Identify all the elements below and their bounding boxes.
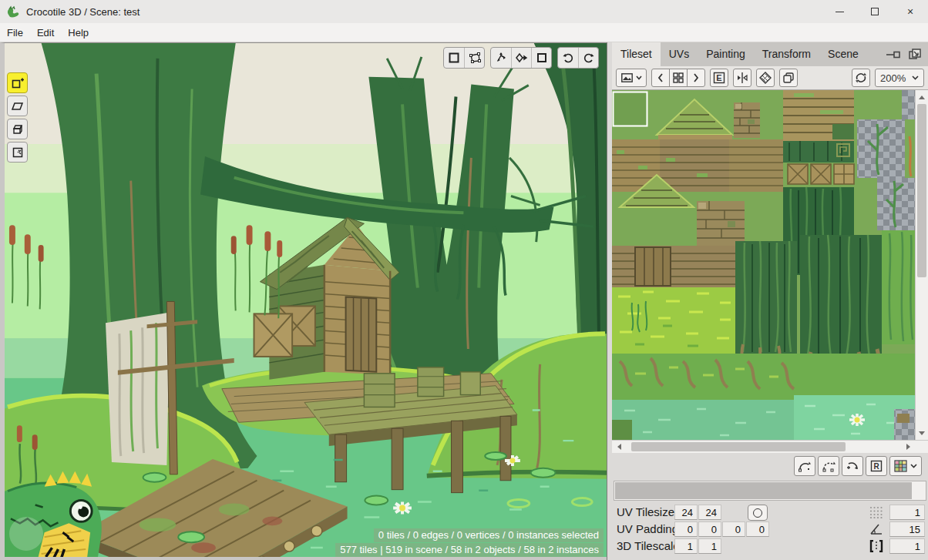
undo-icon [562, 52, 574, 64]
redo-icon [583, 52, 595, 64]
zoom-level-value: 200% [880, 72, 906, 84]
edit-tileset-button[interactable]: E [710, 69, 728, 87]
tilescale-x-field[interactable] [674, 538, 698, 554]
redo-button[interactable] [578, 48, 598, 68]
uv-tilesize-y-field[interactable] [698, 505, 721, 520]
tileset-select-dropdown[interactable] [616, 69, 647, 87]
duplicate-button[interactable] [779, 69, 798, 87]
uv-padding-4-field[interactable] [746, 521, 769, 537]
rotate-ccw-button[interactable] [794, 456, 815, 476]
scroll-left-button[interactable] [612, 441, 625, 453]
uv-padding-label: UV Padding: [617, 522, 681, 535]
rotate-reset-button[interactable]: R [866, 456, 887, 476]
duplicate-icon [782, 72, 795, 84]
viewport-toolbar [443, 47, 599, 69]
tileset-hscrollbar[interactable] [612, 440, 928, 453]
next-tile-button[interactable] [687, 69, 705, 87]
minimize-button[interactable] [822, 0, 857, 23]
extrude-icon [869, 540, 883, 552]
flip-axis-button[interactable] [733, 69, 751, 87]
angle-snap-icon [869, 523, 883, 535]
scene-status: 0 tiles / 0 edges / 0 vertices / 0 insta… [335, 528, 604, 557]
minimize-icon [836, 12, 844, 12]
grid-snap-field[interactable] [889, 505, 925, 520]
chevron-right-icon [693, 73, 699, 82]
rotate-ccw-icon [798, 460, 812, 472]
tileset-canvas[interactable] [612, 90, 915, 440]
close-icon: × [907, 5, 913, 18]
close-button[interactable]: × [893, 0, 928, 23]
uv-padding-3-field[interactable] [722, 521, 745, 537]
uv-padding-1-field[interactable] [674, 521, 698, 537]
refresh-tileset-button[interactable] [852, 69, 870, 87]
undo-button[interactable] [558, 48, 578, 68]
palette-grid-dropdown[interactable] [889, 456, 922, 476]
tab-transform[interactable]: Transform [754, 42, 819, 66]
hscroll-thumb[interactable] [631, 442, 846, 451]
face-tool-button[interactable] [7, 96, 28, 116]
tileset-vscrollbar[interactable] [915, 90, 928, 440]
menubar: File Edit Help [0, 23, 928, 42]
move-tool-button[interactable] [491, 48, 511, 68]
triangle-right-icon [906, 444, 913, 450]
tileset-slider-row [612, 479, 928, 502]
tileset-slider-thumb[interactable] [615, 482, 912, 499]
refresh-icon [855, 72, 867, 84]
scroll-right-button[interactable] [902, 441, 915, 453]
uv-link-button[interactable] [748, 505, 768, 521]
prev-tile-button[interactable] [651, 69, 670, 87]
angle-snap-field[interactable] [889, 521, 925, 537]
tab-painting[interactable]: Painting [698, 42, 754, 66]
flip-axis-icon [736, 72, 748, 84]
tile-create-tool-button[interactable] [7, 72, 28, 93]
maximize-button[interactable] [857, 0, 893, 23]
texture-tool-button[interactable] [7, 142, 28, 163]
extrude-field[interactable] [889, 538, 925, 554]
scale-tool-button[interactable] [531, 48, 551, 68]
tab-scene[interactable]: Scene [819, 42, 867, 66]
chevron-down-icon [636, 75, 642, 80]
right-panel: Tileset UVs Painting Transform Scene [612, 42, 928, 560]
layers-button[interactable] [756, 69, 775, 87]
uv-padding-2-field[interactable] [698, 521, 721, 537]
scene-viewport[interactable]: 0 tiles / 0 edges / 0 vertices / 0 insta… [0, 42, 607, 560]
triangle-down-icon [919, 431, 925, 438]
tileset-toolbar: E [612, 66, 928, 90]
orbit-widget[interactable] [9, 517, 43, 551]
vertex-edit-tool-button[interactable] [511, 48, 531, 68]
dock-pin-icon [886, 50, 900, 59]
selected-tile-highlight [614, 92, 647, 126]
move-tool-icon [495, 52, 507, 64]
tilescale-y-field[interactable] [698, 538, 721, 554]
scene-canvas[interactable] [5, 43, 607, 557]
select-box-tool-button[interactable] [444, 48, 464, 68]
edit-letter: E [716, 73, 721, 82]
grid-snap-icon [869, 506, 883, 518]
menu-file[interactable]: File [0, 25, 30, 41]
rotate-dashed-button[interactable] [818, 456, 839, 476]
layers-diamond-icon [759, 72, 772, 84]
select-vertex-tool-button[interactable] [464, 48, 484, 68]
dock-panel-button[interactable] [885, 47, 902, 62]
scroll-up-button[interactable] [916, 90, 928, 103]
scroll-down-button[interactable] [916, 427, 928, 440]
menu-edit[interactable]: Edit [30, 25, 61, 41]
vertex-edit-icon [516, 52, 528, 64]
panel-splitter[interactable] [607, 42, 612, 560]
popout-panel-button[interactable] [906, 47, 923, 62]
block-tool-button[interactable] [7, 119, 28, 139]
rotate-cw-button[interactable] [842, 456, 863, 476]
uv-tilesize-x-field[interactable] [674, 505, 698, 520]
selection-status: 0 tiles / 0 edges / 0 vertices / 0 insta… [374, 528, 604, 542]
menu-help[interactable]: Help [61, 25, 96, 41]
tileset-slider[interactable] [614, 481, 926, 501]
vscroll-thumb[interactable] [917, 104, 926, 277]
tile-grid-button[interactable] [669, 69, 688, 87]
reset-letter: R [873, 462, 879, 471]
chevron-down-icon [912, 75, 919, 80]
window-title: Crocotile 3D / Scene: test [26, 6, 140, 18]
triangle-up-icon [919, 92, 925, 99]
tab-tileset[interactable]: Tileset [612, 42, 661, 66]
tab-uvs[interactable]: UVs [661, 42, 698, 66]
zoom-level-dropdown[interactable]: 200% [875, 69, 924, 87]
